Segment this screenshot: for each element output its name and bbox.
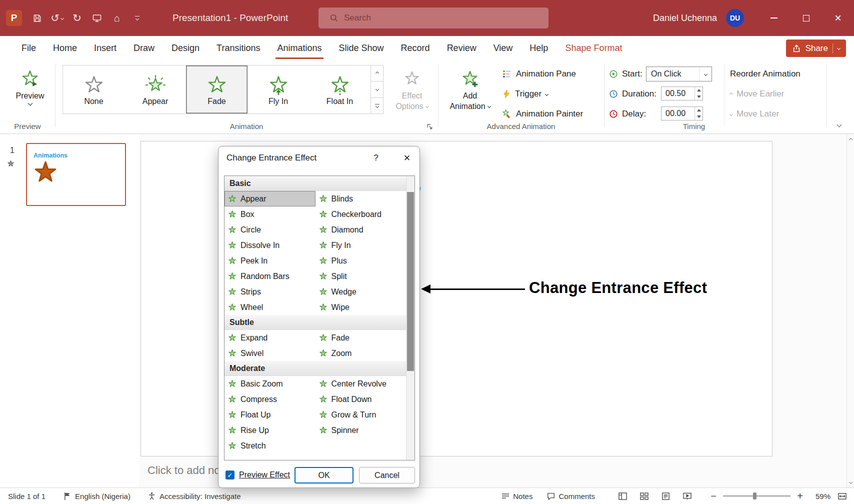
animation-painter-button[interactable]: Animation Painter <box>502 106 583 122</box>
zoom-slider[interactable] <box>723 492 790 500</box>
gallery-more-icon[interactable] <box>371 98 383 114</box>
normal-view-button[interactable] <box>618 492 628 500</box>
effect-option-strips[interactable]: Strips <box>224 284 316 300</box>
effect-option-blinds[interactable]: Blinds <box>316 191 406 206</box>
search-input[interactable]: Search <box>318 8 548 28</box>
effect-option-swivel[interactable]: Swivel <box>224 346 316 361</box>
tab-file[interactable]: File <box>13 36 44 60</box>
zoom-out-button[interactable]: − <box>709 490 718 502</box>
effect-options-button[interactable]: Effect Options <box>389 64 435 120</box>
tab-review[interactable]: Review <box>438 36 485 60</box>
delay-decrease-icon[interactable] <box>695 114 702 120</box>
effect-option-compress[interactable]: Compress <box>224 392 316 407</box>
effect-option-spinner[interactable]: Spinner <box>316 422 406 438</box>
animation-pane-button[interactable]: Animation Pane <box>502 66 576 82</box>
duration-decrease-icon[interactable] <box>695 94 702 100</box>
slide-indicator[interactable]: Slide 1 of 1 <box>8 492 46 500</box>
effect-option-grow-turn[interactable]: Grow & Turn <box>316 407 406 422</box>
effect-option-fly-in[interactable]: Fly In <box>316 238 406 253</box>
dialog-scrollbar-thumb[interactable] <box>407 192 414 371</box>
move-earlier-button[interactable]: Move Earlier <box>730 86 784 102</box>
share-button[interactable]: Share <box>786 40 846 57</box>
tab-animations[interactable]: Animations <box>268 36 330 60</box>
avatar[interactable]: DU <box>726 9 744 27</box>
zoom-in-button[interactable]: + <box>796 490 804 502</box>
effect-option-zoom[interactable]: Zoom <box>316 346 406 361</box>
effect-option-rise-up[interactable]: Rise Up <box>224 422 316 438</box>
preview-button[interactable]: Preview <box>8 64 52 120</box>
scroll-down-icon[interactable] <box>847 478 854 486</box>
effect-option-stretch[interactable]: Stretch <box>224 438 316 454</box>
effect-option-wheel[interactable]: Wheel <box>224 300 316 315</box>
powerpoint-logo-icon[interactable]: P <box>6 10 22 26</box>
slide-sorter-view-button[interactable] <box>640 492 649 500</box>
dialog-close-button[interactable]: × <box>394 146 420 170</box>
effect-option-wipe[interactable]: Wipe <box>316 300 406 315</box>
gallery-item-none[interactable]: None <box>63 66 124 114</box>
notes-toggle[interactable]: Notes <box>501 492 532 500</box>
effect-option-dissolve-in[interactable]: Dissolve In <box>224 238 316 253</box>
slide-area-scrollbar[interactable] <box>846 134 854 488</box>
effect-option-fade[interactable]: Fade <box>316 330 406 346</box>
effect-option-basic-zoom[interactable]: Basic Zoom <box>224 376 316 392</box>
duration-increase-icon[interactable] <box>695 87 702 94</box>
dialog-help-button[interactable]: ? <box>368 146 384 170</box>
effect-option-split[interactable]: Split <box>316 268 406 284</box>
comments-toggle[interactable]: Comments <box>546 492 595 500</box>
effect-option-random-bars[interactable]: Random Bars <box>224 268 316 284</box>
accessibility-status[interactable]: Accessibility: Investigate <box>160 492 241 500</box>
zoom-slider-thumb[interactable] <box>753 492 756 500</box>
tab-design[interactable]: Design <box>163 36 208 60</box>
language-indicator[interactable]: English (Nigeria) <box>75 492 130 500</box>
effect-option-peek-in[interactable]: Peek In <box>224 253 316 268</box>
close-button[interactable]: × <box>822 0 854 36</box>
reading-view-button[interactable] <box>661 492 670 500</box>
home-icon[interactable]: ⌂ <box>108 8 126 28</box>
effect-option-checkerboard[interactable]: Checkerboard <box>316 206 406 222</box>
delay-increase-icon[interactable] <box>695 107 702 114</box>
chevron-down-icon[interactable] <box>700 67 712 81</box>
effect-option-wedge[interactable]: Wedge <box>316 284 406 300</box>
maximize-button[interactable] <box>790 0 822 36</box>
duration-input[interactable]: 00.50 <box>661 86 703 100</box>
effect-option-center-revolve[interactable]: Center Revolve <box>316 376 406 392</box>
start-slideshow-icon[interactable] <box>88 8 106 28</box>
animation-indicator-icon[interactable] <box>7 160 14 170</box>
redo-icon[interactable]: ↻ <box>68 8 86 28</box>
gallery-scroll-down-icon[interactable] <box>371 82 383 98</box>
effect-option-box[interactable]: Box <box>224 206 316 222</box>
dialog-scrollbar[interactable] <box>406 176 414 460</box>
ok-button[interactable]: OK <box>294 467 354 484</box>
move-later-button[interactable]: Move Later <box>730 106 779 122</box>
slide-thumbnail[interactable]: Animations <box>26 143 126 206</box>
save-icon[interactable] <box>28 8 46 28</box>
undo-icon[interactable]: ↺ <box>48 8 66 28</box>
customize-quick-access-icon[interactable] <box>128 8 146 28</box>
collapse-ribbon-icon[interactable] <box>838 120 841 128</box>
tab-slide-show[interactable]: Slide Show <box>330 36 392 60</box>
trigger-button[interactable]: Trigger <box>502 86 548 102</box>
tab-shape-format[interactable]: Shape Format <box>556 36 630 60</box>
tab-help[interactable]: Help <box>521 36 556 60</box>
tab-insert[interactable]: Insert <box>86 36 125 60</box>
start-dropdown[interactable]: On Click <box>646 66 712 82</box>
gallery-item-fly-in[interactable]: Fly In <box>248 66 309 114</box>
effect-option-plus[interactable]: Plus <box>316 253 406 268</box>
tab-transitions[interactable]: Transitions <box>208 36 268 60</box>
proofing-flag-icon[interactable] <box>64 492 71 500</box>
animation-dialog-launcher-icon[interactable] <box>426 123 434 131</box>
zoom-level[interactable]: 59% <box>808 492 830 500</box>
effect-option-appear[interactable]: Appear <box>224 191 316 206</box>
gallery-item-appear[interactable]: Appear <box>124 66 186 114</box>
gallery-scroll-up-icon[interactable] <box>371 66 383 82</box>
effect-option-expand[interactable]: Expand <box>224 330 316 346</box>
gallery-item-fade[interactable]: Fade <box>186 66 248 114</box>
tab-home[interactable]: Home <box>44 36 86 60</box>
scroll-up-icon[interactable] <box>847 135 854 144</box>
cancel-button[interactable]: Cancel <box>359 467 415 484</box>
slideshow-view-button[interactable] <box>682 492 692 500</box>
delay-input[interactable]: 00.00 <box>661 106 703 120</box>
fit-slide-to-window-icon[interactable] <box>838 492 847 500</box>
minimize-button[interactable] <box>758 0 790 36</box>
tab-view[interactable]: View <box>485 36 522 60</box>
